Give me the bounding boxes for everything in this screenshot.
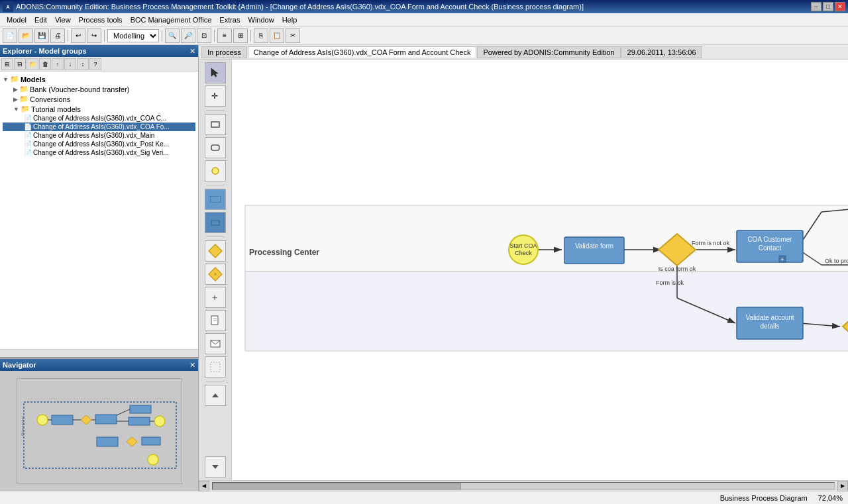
- tree-file-1[interactable]: 📄 Change of Address AsIs(G360).vdx_COA C…: [3, 114, 195, 123]
- zoom-out-button[interactable]: 🔎: [181, 28, 195, 43]
- new-button[interactable]: 📄: [3, 28, 17, 43]
- bank-label: Bank (Voucher-bound transfer): [30, 85, 129, 93]
- svg-rect-25: [210, 196, 221, 203]
- print-button[interactable]: 🖨: [50, 28, 65, 43]
- navigator-close-button[interactable]: ✕: [189, 361, 195, 370]
- envelope-tool[interactable]: [205, 333, 226, 354]
- scroll-up-palette[interactable]: [205, 385, 226, 406]
- tree-item-tutorial-models[interactable]: ▼ 📁 Tutorial models: [3, 104, 195, 114]
- copy-button[interactable]: ⎘: [254, 28, 268, 43]
- tree-item-models[interactable]: ▼ 📁 Models: [3, 74, 195, 84]
- process-rect-tool[interactable]: [205, 189, 226, 210]
- minimize-button[interactable]: ─: [811, 2, 822, 11]
- undo-button[interactable]: ↩: [71, 28, 85, 43]
- svg-rect-35: [211, 362, 220, 372]
- menu-item-process-tools[interactable]: Process tools: [75, 15, 127, 25]
- explorer-tree[interactable]: ▼ 📁 Models ▶ 📁 Bank (Voucher-bound trans…: [0, 72, 198, 349]
- models-label: Models: [21, 76, 46, 83]
- tree-file-3[interactable]: 📄 Change of Address AsIs(G360).vdx_Main: [3, 131, 195, 140]
- menu-item-edit[interactable]: Edit: [30, 15, 51, 25]
- up-button[interactable]: ↑: [52, 58, 64, 70]
- h-scrollbar-track[interactable]: [212, 482, 835, 490]
- paste-button[interactable]: 📋: [270, 28, 284, 43]
- rect-tool[interactable]: [205, 114, 226, 135]
- down-button[interactable]: ↓: [64, 58, 76, 70]
- diagram-canvas[interactable]: Processing Center Form is not ok: [232, 60, 848, 480]
- svg-rect-5: [130, 405, 151, 413]
- scroll-down-palette[interactable]: [205, 456, 226, 478]
- zoom-label: 72,04%: [818, 494, 843, 502]
- expand-all-button[interactable]: ⊞: [1, 58, 13, 70]
- menu-item-boc[interactable]: BOC Management Office: [127, 15, 216, 25]
- svg-text:Validate account: Validate account: [745, 314, 794, 321]
- palette-sep1: [206, 110, 225, 111]
- scroll-left-button[interactable]: ◀: [199, 481, 209, 491]
- cut-button[interactable]: ✂: [286, 28, 300, 43]
- collapse-all-button[interactable]: ⊟: [14, 58, 26, 70]
- zoom-fit-button[interactable]: ⊡: [197, 28, 211, 43]
- diamond2-tool[interactable]: [205, 264, 226, 285]
- explorer-close-button[interactable]: ✕: [189, 47, 195, 56]
- tree-file-2[interactable]: 📄 Change of Address AsIs(G360).vdx_COA F…: [3, 123, 195, 131]
- breadcrumb-bar: In process Change of Address AsIs(G360).…: [199, 45, 848, 60]
- close-button[interactable]: ✕: [835, 2, 845, 11]
- breadcrumb-in-process[interactable]: In process: [201, 46, 247, 58]
- tree-file-5[interactable]: 📄 Change of Address AsIs(G360).vdx_Sig V…: [3, 148, 195, 157]
- small-rect-tool[interactable]: [205, 212, 226, 233]
- window-controls: ─ □ ✕: [811, 2, 845, 11]
- sort-button[interactable]: ↕: [77, 58, 89, 70]
- select-tool[interactable]: [205, 62, 226, 83]
- new-group-button[interactable]: 📁: [26, 58, 38, 70]
- menu-item-help[interactable]: Help: [278, 15, 301, 25]
- svg-marker-27: [209, 244, 222, 258]
- menu-item-window[interactable]: Window: [244, 15, 278, 25]
- redo-button[interactable]: ↪: [87, 28, 101, 43]
- zoom-in-button[interactable]: 🔍: [165, 28, 180, 43]
- palette-sep3: [206, 236, 225, 237]
- svg-rect-23: [211, 145, 219, 150]
- scroll-right-button[interactable]: ▶: [837, 481, 848, 491]
- move-tool[interactable]: ✛: [205, 85, 226, 107]
- diamond-tool[interactable]: [205, 240, 226, 262]
- h-scrollbar-thumb[interactable]: [213, 483, 461, 489]
- circle-tool[interactable]: [205, 160, 226, 181]
- conversions-label: Conversions: [30, 95, 70, 103]
- svg-point-1: [37, 415, 48, 425]
- breadcrumb-coa-form[interactable]: Change of Address AsIs(G360).vdx_COA For…: [248, 46, 477, 58]
- menu-item-extras[interactable]: Extras: [215, 15, 244, 25]
- menu-item-view[interactable]: View: [51, 15, 75, 25]
- explorer-header: Explorer - Model groups ✕: [0, 45, 198, 57]
- svg-rect-64: [564, 237, 624, 264]
- svg-point-11: [148, 454, 158, 465]
- open-button[interactable]: 📂: [19, 28, 33, 43]
- doc-tool[interactable]: [205, 310, 226, 331]
- navigator-canvas[interactable]: Processing: [17, 378, 182, 484]
- breadcrumb-timestamp[interactable]: 29.06.2011, 13:56:06: [621, 46, 702, 58]
- save-button[interactable]: 💾: [34, 28, 49, 43]
- svg-text:Form is ok: Form is ok: [656, 279, 684, 286]
- h-scrollbar[interactable]: ◀ ▶: [199, 480, 848, 491]
- tree-item-bank[interactable]: ▶ 📁 Bank (Voucher-bound transfer): [3, 84, 195, 94]
- group-rect-tool[interactable]: [205, 356, 226, 378]
- mode-dropdown[interactable]: Modelling: [107, 29, 159, 42]
- breadcrumb-powered-by[interactable]: Powered by ADONIS:Community Edition: [477, 46, 620, 58]
- menu-item-model[interactable]: Model: [3, 15, 30, 25]
- svg-point-24: [212, 168, 219, 174]
- toolbar-sep1: [68, 30, 68, 42]
- explorer-scrollbar[interactable]: [0, 349, 198, 357]
- app-icon: A: [3, 1, 13, 12]
- help-explorer-button[interactable]: ?: [89, 58, 101, 70]
- tree-file-4[interactable]: 📄 Change of Address AsIs(G360).vdx_Post …: [3, 140, 195, 148]
- grid-button[interactable]: ⊞: [233, 28, 248, 43]
- tree-item-conversions[interactable]: ▶ 📁 Conversions: [3, 94, 195, 104]
- explorer-toolbar: ⊞ ⊟ 📁 🗑 ↑ ↓ ↕ ?: [0, 57, 198, 72]
- maximize-button[interactable]: □: [823, 2, 833, 11]
- delete-group-button[interactable]: 🗑: [39, 58, 51, 70]
- palette-sep2: [206, 185, 225, 185]
- plus-tool[interactable]: +: [205, 287, 226, 308]
- toolbar-sep2: [104, 30, 105, 42]
- side-palette: ✛: [199, 60, 232, 480]
- navigator-panel: Navigator ✕: [0, 358, 198, 491]
- align-button[interactable]: ≡: [217, 28, 232, 43]
- rounded-rect-tool[interactable]: [205, 137, 226, 158]
